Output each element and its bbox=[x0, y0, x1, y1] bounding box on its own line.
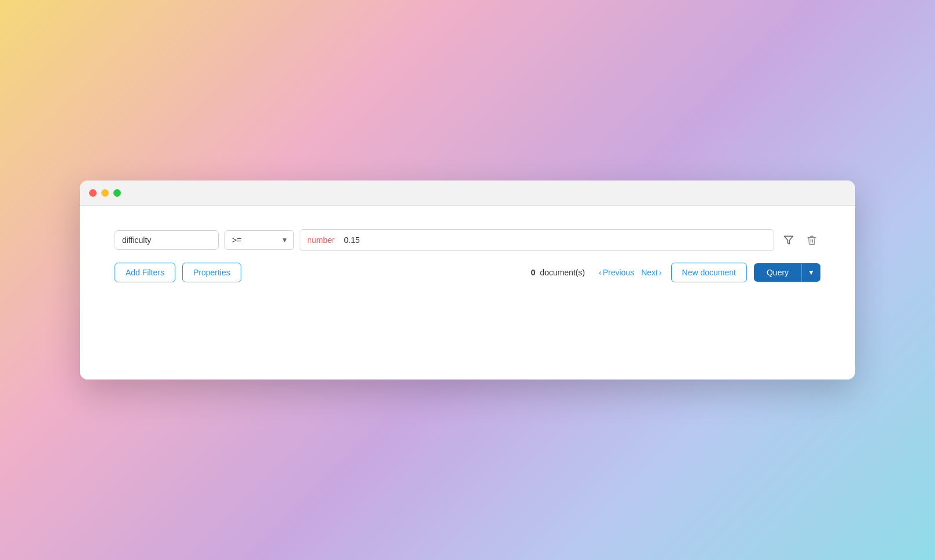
query-button[interactable]: Query bbox=[754, 263, 801, 282]
chevron-left-icon: ‹ bbox=[599, 268, 602, 277]
field-name-input[interactable] bbox=[115, 230, 219, 250]
previous-label: Previous bbox=[603, 268, 634, 277]
add-filters-button[interactable]: Add Filters bbox=[115, 263, 175, 282]
document-suffix: document(s) bbox=[540, 268, 585, 277]
chevron-right-icon: › bbox=[659, 268, 662, 277]
delete-filter-button[interactable] bbox=[803, 231, 820, 249]
svg-marker-0 bbox=[785, 236, 793, 244]
trash-icon bbox=[807, 235, 817, 245]
main-content: >= <= = != > < contains ▼ number bbox=[80, 206, 855, 380]
operator-wrapper: >= <= = != > < contains ▼ bbox=[224, 230, 294, 250]
next-button[interactable]: Next › bbox=[639, 264, 664, 281]
next-label: Next bbox=[641, 268, 658, 277]
value-type-label: number bbox=[307, 235, 334, 245]
pagination-area: ‹ Previous Next › bbox=[597, 264, 664, 281]
new-document-button[interactable]: New document bbox=[671, 263, 747, 282]
actions-row: Add Filters Properties 0 document(s) ‹ P… bbox=[115, 263, 820, 282]
filter-icon bbox=[783, 235, 794, 245]
document-count: 0 bbox=[531, 268, 535, 277]
properties-button[interactable]: Properties bbox=[182, 263, 241, 282]
value-input-wrapper: number bbox=[300, 229, 774, 251]
minimize-button[interactable] bbox=[101, 189, 109, 197]
document-info: 0 document(s) bbox=[531, 268, 585, 277]
operator-select[interactable]: >= <= = != > < contains bbox=[224, 230, 294, 250]
traffic-lights bbox=[89, 189, 121, 197]
query-button-group: Query ▼ bbox=[754, 263, 820, 282]
chevron-down-icon: ▼ bbox=[808, 268, 815, 277]
maximize-button[interactable] bbox=[113, 189, 121, 197]
titlebar bbox=[80, 180, 855, 206]
filter-icon-button[interactable] bbox=[780, 231, 797, 249]
previous-button[interactable]: ‹ Previous bbox=[597, 264, 636, 281]
close-button[interactable] bbox=[89, 189, 97, 197]
query-dropdown-button[interactable]: ▼ bbox=[801, 263, 820, 282]
filter-row: >= <= = != > < contains ▼ number bbox=[115, 229, 820, 251]
app-window: >= <= = != > < contains ▼ number bbox=[80, 180, 855, 380]
value-input[interactable] bbox=[344, 235, 767, 245]
